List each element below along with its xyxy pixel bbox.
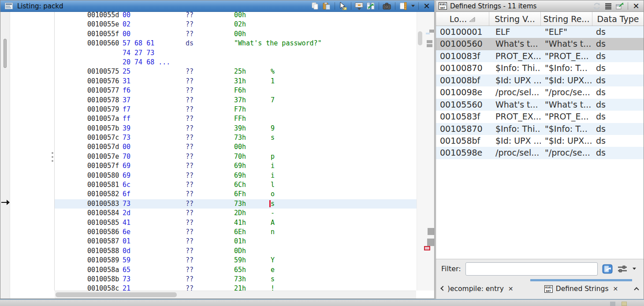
- listing-row[interactable]: 0010057d00??00h: [55, 142, 417, 152]
- listing-addr: 00100577: [87, 86, 119, 95]
- listing-row[interactable]: 0010058959??59hY: [55, 256, 417, 265]
- listing-mn: ??: [186, 30, 194, 39]
- listing-addr: 00100586: [87, 228, 119, 237]
- toolbar-separator: [395, 2, 395, 10]
- listing-close-icon[interactable]: ✕: [422, 2, 432, 11]
- listing-val: 31h: [234, 77, 246, 86]
- listing-row[interactable]: 0010057631??31h1: [55, 77, 417, 86]
- cell-sval: PROT_EX...: [489, 50, 541, 62]
- listing-row[interactable]: 00100579f7??F7h: [55, 105, 417, 114]
- listing-row[interactable]: 0010057aff??FFh: [55, 114, 417, 123]
- listing-row[interactable]: 001005842d??2Dh-: [55, 209, 417, 218]
- margin-ruler-icon[interactable]: [398, 2, 408, 11]
- nav-marker[interactable]: [427, 44, 432, 47]
- table-row[interactable]: 00100001ELF"ELF"ds: [436, 26, 644, 38]
- listing-row[interactable]: 0010058541??41hA: [55, 218, 417, 228]
- table-options-icon[interactable]: [603, 2, 613, 11]
- table-row[interactable]: 00100870$Info: Thi..."$Info: T...ds: [436, 62, 644, 74]
- listing-row[interactable]: 0010057f69??69hi: [55, 161, 417, 171]
- listing-row[interactable]: 001005826f??6Fho: [55, 190, 417, 199]
- table-row[interactable]: 001008bf$Id: UPX ..."$Id: UPX...ds: [436, 75, 644, 86]
- scroll-tabs-left-icon[interactable]: [441, 287, 447, 292]
- listing-row[interactable]: 0010057e70??70hp: [55, 152, 417, 161]
- listing-row[interactable]: 0010057c73??73hs: [55, 133, 417, 142]
- listing-row[interactable]: 20 74 68 ...: [55, 58, 417, 67]
- listing-row[interactable]: 001005880d??0Dh: [55, 246, 417, 256]
- listing-mn: ??: [186, 209, 194, 218]
- listing-val: 6Fh: [234, 190, 246, 199]
- listing-row[interactable]: 0010058b73??73hs: [55, 275, 417, 284]
- listing-titlebar[interactable]: Listing: packd: [0, 0, 434, 12]
- listing-row[interactable]: 0010055d00??00h: [55, 12, 417, 20]
- listing-bytes: 0d: [123, 246, 130, 256]
- export-window-icon[interactable]: [615, 2, 625, 11]
- listing-vscroll-thumb[interactable]: [418, 31, 422, 45]
- listing-row[interactable]: 001005866e??6Ehn: [55, 228, 417, 237]
- paste-icon[interactable]: [322, 2, 331, 11]
- listing-row[interactable]: 0010057525??25h%: [55, 67, 417, 76]
- listing-row[interactable]: 0010055f00??00h: [55, 30, 417, 39]
- filter-input[interactable]: [465, 262, 598, 276]
- nav-marker[interactable]: [427, 239, 434, 246]
- listing-val: 25h: [234, 67, 246, 76]
- clear-filter-icon[interactable]: [602, 264, 613, 274]
- nav-marker[interactable]: [429, 30, 435, 33]
- listing-row[interactable]: 0010058069??69hi: [55, 171, 417, 180]
- cell-srep: "/proc/se...: [541, 147, 592, 159]
- tab-defined-strings[interactable]: 0101DAT Defined Strings ✕: [530, 278, 632, 299]
- listing-bytes: 37: [123, 96, 130, 105]
- listing-hscrollbar[interactable]: [55, 291, 416, 299]
- edit-fields-icon[interactable]: [354, 2, 364, 11]
- listing-window: Listing: packd: [0, 0, 435, 299]
- nav-marker[interactable]: [428, 228, 434, 235]
- listing-row[interactable]: 74 27 73: [55, 49, 417, 58]
- ruler-dropdown-caret[interactable]: [410, 2, 415, 11]
- column-header-string-value[interactable]: String V...: [489, 12, 541, 26]
- cursor-tool-icon[interactable]: [338, 2, 348, 11]
- table-row[interactable]: 00105870$Info: Thi..."$Info: T...ds: [436, 123, 644, 135]
- splitter-grip-icon[interactable]: [52, 152, 54, 164]
- snapshot-camera-icon[interactable]: [382, 2, 392, 11]
- cell-sval: PROT_EX...: [489, 111, 541, 123]
- cursor-marker[interactable]: [424, 246, 430, 250]
- listing-addr: 0010057d: [87, 142, 119, 152]
- table-row[interactable]: 0010098e/proc/sel..."/proc/se...ds: [436, 86, 644, 98]
- column-header-data-type[interactable]: Data Type: [592, 12, 644, 26]
- tab-decompile-entry[interactable]: )ecompile: entry ✕: [447, 278, 514, 299]
- column-header-string-rep[interactable]: String Re...: [541, 12, 592, 26]
- listing-row[interactable]: 0010057837??37h7: [55, 96, 417, 105]
- filter-options-icon[interactable]: [617, 265, 628, 273]
- table-row[interactable]: 0010083fPROT_EX..."PROT_E...ds: [436, 50, 644, 62]
- listing-hscroll-thumb[interactable]: [56, 292, 177, 297]
- listing-row[interactable]: 0010058701??01h: [55, 237, 417, 246]
- table-row[interactable]: 00105560What's t..."What's t...ds: [436, 99, 644, 111]
- nav-marker[interactable]: [427, 40, 432, 43]
- listing-row[interactable]: 0010056057 68 61ds"What's the password?": [55, 39, 417, 48]
- listing-row[interactable]: 0010057b39??39h9: [55, 124, 417, 133]
- listing-val: F7h: [234, 105, 246, 114]
- listing-row[interactable]: 00100577f6??F6h: [55, 86, 417, 95]
- listing-row[interactable]: 001005816c??6Chl: [55, 180, 417, 190]
- table-row[interactable]: 00100560What's t..."What's t...ds: [436, 38, 644, 50]
- overview-scroll-thumb[interactable]: [4, 39, 7, 68]
- close-tab-icon[interactable]: ✕: [613, 285, 618, 292]
- toolbar-separator: [335, 2, 335, 10]
- table-row[interactable]: 001058bf$Id: UPX ..."$Id: UPX...ds: [436, 135, 644, 147]
- filter-dropdown-caret[interactable]: [632, 268, 636, 270]
- column-header-location[interactable]: Lo...: [436, 12, 489, 26]
- collapse-panel-icon[interactable]: [635, 288, 640, 293]
- table-row[interactable]: 0010598e/proc/sel..."/proc/se...ds: [436, 147, 644, 159]
- listing-row[interactable]: 0010055e02??02h: [55, 20, 417, 29]
- table-row[interactable]: 0010583fPROT_EX..."PROT_E...ds: [436, 111, 644, 123]
- listing-val: "What's the password?": [234, 39, 322, 48]
- strings-titlebar[interactable]: 0101DAT Defined Strings - 11 items: [436, 0, 644, 12]
- diff-view-icon[interactable]: [366, 2, 376, 11]
- listing-row[interactable]: 0010058a65??65he: [55, 265, 417, 275]
- refresh-icon[interactable]: [592, 2, 602, 11]
- copy-icon[interactable]: [310, 2, 320, 11]
- nav-marker[interactable]: [426, 33, 430, 34]
- close-tab-icon[interactable]: ✕: [508, 285, 514, 292]
- listing-row[interactable]: 0010058373??73hs: [55, 199, 417, 209]
- listing-mn: ??: [186, 256, 194, 265]
- strings-close-icon[interactable]: ✕: [631, 2, 641, 11]
